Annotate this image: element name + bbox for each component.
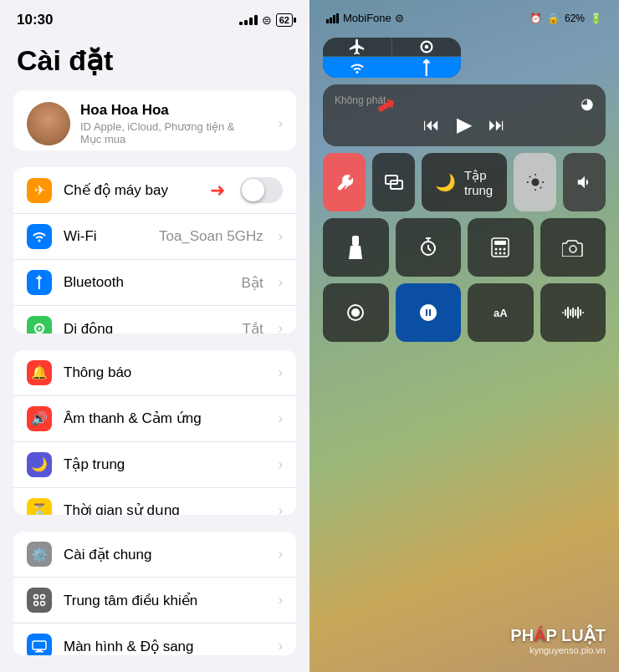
cellular-chevron: › <box>279 321 283 333</box>
screen-record-button[interactable] <box>323 283 389 342</box>
notifications-group: 🔔 Thông báo › 🔊 Âm thanh & Cảm ứng › 🌙 T… <box>13 350 296 516</box>
svg-point-32 <box>495 252 498 255</box>
svg-point-1 <box>38 328 41 330</box>
shazam-button[interactable] <box>396 283 462 342</box>
screentime-row[interactable]: ⏳ Thời gian sử dụng › <box>13 488 296 516</box>
brand-url: kynguyenso.plo.vn <box>510 645 606 655</box>
control-center-panel: MobiFone ⊜ ⏰ 🔒 62% 🔋 ➡ <box>310 0 619 672</box>
cc-grid: ⭡ Không phát ◕ ⏮ ▶ ⏭ <box>310 31 619 672</box>
profile-row[interactable]: Hoa Hoa Hoa ID Apple, iCloud, Phương tiệ… <box>13 90 296 150</box>
bluetooth-row[interactable]: ⭡ Bluetooth Bật › <box>13 260 296 306</box>
cc-status-bar: MobiFone ⊜ ⏰ 🔒 62% 🔋 <box>310 0 619 31</box>
brand-ph: PH <box>510 626 534 644</box>
status-time: 10:30 <box>17 12 53 28</box>
wifi-cc-button[interactable] <box>323 57 392 78</box>
brightness-button[interactable] <box>514 153 556 211</box>
signal-bars-icon <box>239 15 258 25</box>
sound-recognition-button[interactable] <box>540 283 606 342</box>
settings-panel: 10:30 ⊜ 62 Cài đặt Hoa Hoa Hoa ID Apple,… <box>0 0 310 672</box>
cellular-row[interactable]: Di động Tắt › <box>13 306 296 333</box>
svg-point-30 <box>499 248 502 251</box>
next-button[interactable]: ⏭ <box>489 115 505 135</box>
music-player: Không phát ◕ ⏮ ▶ ⏭ <box>323 84 606 146</box>
cc-location-icon: 🔒 <box>547 13 560 24</box>
screentime-chevron: › <box>279 503 283 516</box>
svg-rect-24 <box>352 236 359 246</box>
status-bar: 10:30 ⊜ 62 <box>0 0 310 35</box>
cc-signal: MobiFone ⊜ <box>326 12 404 24</box>
wifi-chevron: › <box>279 229 283 244</box>
cellular-label: Di động <box>64 320 231 333</box>
timer-button[interactable] <box>396 218 462 277</box>
rotation-lock-button[interactable] <box>323 153 366 211</box>
svg-point-3 <box>41 595 45 599</box>
cc-alarm-icon: ⏰ <box>529 13 542 24</box>
screen-mirror-button[interactable] <box>372 153 415 211</box>
wifi-row[interactable]: Wi-Fi Toa_Soan 5GHz › <box>13 214 296 260</box>
cellular-icon <box>27 316 52 333</box>
svg-rect-28 <box>494 241 506 245</box>
display-row[interactable]: Màn hình & Độ sang › <box>13 624 296 655</box>
camera-button[interactable] <box>540 218 606 277</box>
focus-row[interactable]: 🌙 Tập trung › <box>13 442 296 488</box>
flashlight-button[interactable] <box>323 218 389 277</box>
moon-cc-icon: 🌙 <box>435 172 456 192</box>
svg-rect-45 <box>580 309 581 316</box>
airplay-icon[interactable]: ◕ <box>581 94 594 113</box>
display-icon <box>27 634 52 655</box>
screentime-icon: ⏳ <box>27 498 52 516</box>
music-controls: ⏮ ▶ ⏭ <box>335 113 594 136</box>
svg-rect-6 <box>33 641 46 649</box>
watermark: PHÁP LUẬT kynguyenso.plo.vn <box>510 625 606 655</box>
svg-rect-43 <box>575 309 576 316</box>
airplane-cc-button[interactable] <box>323 38 392 57</box>
brand-a-red: Á <box>534 626 545 644</box>
profile-section[interactable]: Hoa Hoa Hoa ID Apple, iCloud, Phương tiệ… <box>13 90 296 150</box>
focus-icon: 🌙 <box>27 452 52 477</box>
play-button[interactable]: ▶ <box>457 113 472 136</box>
focus-cc-button[interactable]: 🌙 Tập trung <box>422 153 507 211</box>
svg-point-29 <box>495 248 498 251</box>
battery-indicator: 62 <box>276 13 293 27</box>
svg-point-17 <box>531 178 539 186</box>
text-size-button[interactable]: aA <box>468 283 534 342</box>
wifi-status-icon: ⊜ <box>262 13 272 27</box>
svg-rect-9 <box>326 19 329 23</box>
svg-point-2 <box>34 595 38 599</box>
brand-name: PHÁP LUẬT <box>510 625 606 645</box>
notifications-icon: 🔔 <box>27 360 52 385</box>
general-row[interactable]: ⚙️ Cài đặt chung › <box>13 532 296 578</box>
airplane-mode-row[interactable]: ✈ Chế độ máy bay ➜ <box>13 167 296 214</box>
red-arrow-airplane: ➜ <box>210 180 225 201</box>
display-chevron: › <box>279 639 283 654</box>
svg-rect-10 <box>330 18 332 23</box>
tools-row <box>323 218 606 277</box>
cellular-value: Tắt <box>243 320 263 333</box>
connectivity-group: ✈ Chế độ máy bay ➜ Wi-Fi Toa_Soan 5GHz ›… <box>13 167 296 333</box>
airplane-toggle[interactable] <box>240 177 283 203</box>
profile-subtitle: ID Apple, iCloud, Phương tiện & Mục mua <box>80 120 269 145</box>
cellular-cc-button[interactable] <box>392 38 462 57</box>
svg-rect-42 <box>572 308 574 318</box>
volume-button[interactable] <box>563 153 606 211</box>
calculator-button[interactable] <box>468 218 534 277</box>
svg-rect-44 <box>577 307 579 318</box>
wifi-label: Wi-Fi <box>64 228 147 245</box>
control-center-row[interactable]: Trung tâm điều khiển › <box>13 578 296 624</box>
svg-rect-46 <box>582 312 584 313</box>
bluetooth-value: Bật <box>242 274 263 292</box>
prev-button[interactable]: ⏮ <box>423 115 440 135</box>
notifications-row[interactable]: 🔔 Thông báo › <box>13 350 296 396</box>
svg-point-31 <box>504 248 506 251</box>
svg-point-14 <box>424 45 428 49</box>
notifications-label: Thông báo <box>64 364 267 381</box>
bluetooth-cc-button[interactable]: ⭡ <box>392 57 462 78</box>
svg-rect-41 <box>570 309 571 316</box>
sound-row[interactable]: 🔊 Âm thanh & Cảm ứng › <box>13 396 296 442</box>
bluetooth-label: Bluetooth <box>64 274 230 291</box>
focus-cc-label: Tập trung <box>464 168 494 197</box>
svg-point-5 <box>41 602 45 606</box>
focus-chevron: › <box>279 457 283 472</box>
screentime-label: Thời gian sử dụng <box>64 501 267 515</box>
general-icon: ⚙️ <box>27 542 52 567</box>
